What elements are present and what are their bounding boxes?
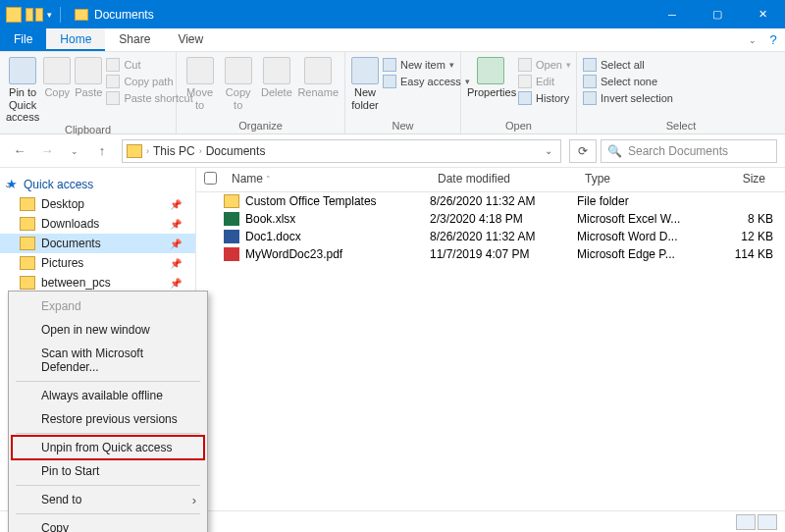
qat-dropdown-icon[interactable]: ▾ <box>47 10 52 20</box>
move-to-button[interactable]: Move to <box>183 55 217 111</box>
tab-view[interactable]: View <box>164 28 217 51</box>
address-dropdown-icon[interactable]: ⌄ <box>541 145 556 156</box>
edit-button[interactable]: Edit <box>518 74 571 89</box>
properties-button[interactable]: Properties <box>467 55 514 99</box>
sidebar-item-label: between_pcs <box>41 276 111 290</box>
nav-bar: ← → ⌄ ↑ › This PC › Documents ⌄ ⟳ 🔍 Sear… <box>0 134 785 168</box>
file-list: Name ˄ Date modified Type Size Custom Of… <box>196 168 785 510</box>
up-button[interactable]: ↑ <box>90 139 114 163</box>
folder-icon <box>6 7 22 23</box>
sidebar-item-label: Downloads <box>41 217 99 231</box>
sidebar-quick-access-header[interactable]: ⌄ ★ Quick access <box>0 174 195 194</box>
folder-icon <box>20 197 35 211</box>
recent-locations-button[interactable]: ⌄ <box>63 139 86 163</box>
close-button[interactable]: ✕ <box>740 0 785 28</box>
context-always-available-offline[interactable]: Always available offline <box>12 384 204 407</box>
window-title-text: Documents <box>94 8 154 22</box>
column-size[interactable]: Size <box>705 172 773 187</box>
copy-to-button[interactable]: Copy to <box>221 55 255 111</box>
search-icon: 🔍 <box>607 144 622 158</box>
paste-button[interactable]: Paste <box>75 55 102 99</box>
folder-icon <box>127 144 142 158</box>
chevron-down-icon[interactable]: ⌄ <box>4 180 12 189</box>
rename-button[interactable]: Rename <box>297 55 339 99</box>
pin-icon: 📌 <box>170 239 187 249</box>
sidebar-item-desktop[interactable]: Desktop📌 <box>0 194 195 214</box>
sidebar-item-documents[interactable]: Documents📌 <box>0 234 195 253</box>
folder-icon <box>20 276 35 290</box>
details-view-button[interactable] <box>736 514 756 530</box>
minimize-button[interactable]: ─ <box>650 0 695 28</box>
new-folder-button[interactable]: New folder <box>351 55 379 111</box>
pin-quick-access-button[interactable]: Pin to Quick access <box>6 55 39 124</box>
group-label: Clipboard <box>6 124 170 137</box>
back-button[interactable]: ← <box>8 139 31 163</box>
table-row[interactable]: Custom Office Templates8/26/2020 11:32 A… <box>196 192 785 210</box>
open-button[interactable]: Open ▾ <box>518 57 571 73</box>
ribbon-collapse-icon[interactable]: ⌄ <box>744 28 761 51</box>
delete-button[interactable]: Delete <box>259 55 293 99</box>
file-date: 8/26/2020 11:32 AM <box>430 194 577 208</box>
tab-file[interactable]: File <box>0 28 46 51</box>
table-row[interactable]: Doc1.docx8/26/2020 11:32 AMMicrosoft Wor… <box>196 228 785 245</box>
refresh-button[interactable]: ⟳ <box>569 139 597 163</box>
chevron-right-icon[interactable]: › <box>199 146 202 156</box>
context-open-in-new-window[interactable]: Open in new window <box>12 318 204 342</box>
table-row[interactable]: MyWordDoc23.pdf11/7/2019 4:07 PMMicrosof… <box>196 245 785 263</box>
sidebar-item-label: Desktop <box>41 197 84 211</box>
sidebar-item-between_pcs[interactable]: between_pcs📌 <box>0 273 195 293</box>
copy-button[interactable]: Copy <box>43 55 71 99</box>
easy-access-button[interactable]: Easy access ▾ <box>383 74 470 89</box>
file-date: 2/3/2020 4:18 PM <box>430 212 577 226</box>
pin-icon: 📌 <box>170 219 187 230</box>
context-pin-to-start[interactable]: Pin to Start <box>12 459 204 483</box>
maximize-button[interactable]: ▢ <box>695 0 740 28</box>
title-bar: ▾ Documents ─ ▢ ✕ <box>0 0 785 28</box>
context-unpin-from-quick-access[interactable]: Unpin from Quick access <box>12 436 204 459</box>
context-copy[interactable]: Copy <box>12 516 204 532</box>
pin-icon: 📌 <box>170 278 187 289</box>
group-label: Select <box>583 120 779 133</box>
group-label: New <box>351 120 454 133</box>
breadcrumb[interactable]: This PC <box>153 144 195 158</box>
help-icon[interactable]: ? <box>761 28 785 51</box>
chevron-right-icon[interactable]: › <box>146 146 149 156</box>
file-name: Book.xlsx <box>245 212 295 226</box>
column-name[interactable]: Name ˄ <box>224 172 430 187</box>
docx-icon <box>224 230 239 243</box>
pin-icon: 📌 <box>170 199 187 210</box>
context-send-to[interactable]: Send to <box>12 488 204 511</box>
select-all-checkbox[interactable] <box>204 172 217 185</box>
file-name: Doc1.docx <box>245 230 301 243</box>
folder-icon <box>20 237 35 250</box>
column-type[interactable]: Type <box>577 172 705 187</box>
group-label: Organize <box>183 120 339 133</box>
qat-buttons[interactable] <box>26 8 43 22</box>
table-row[interactable]: Book.xlsx2/3/2020 4:18 PMMicrosoft Excel… <box>196 210 785 228</box>
thumbnails-view-button[interactable] <box>758 514 777 530</box>
forward-button[interactable]: → <box>35 139 59 163</box>
file-size: 12 KB <box>705 230 773 243</box>
sidebar-item-pictures[interactable]: Pictures📌 <box>0 253 195 273</box>
pin-icon: 📌 <box>170 258 187 269</box>
new-item-button[interactable]: New item ▾ <box>383 57 470 73</box>
history-button[interactable]: History <box>518 90 571 106</box>
context-scan-with-microsoft-defender-[interactable]: Scan with Microsoft Defender... <box>12 342 204 379</box>
context-restore-previous-versions[interactable]: Restore previous versions <box>12 407 204 431</box>
address-bar[interactable]: › This PC › Documents ⌄ <box>122 139 561 163</box>
ribbon: Pin to Quick access Copy Paste Cut Copy … <box>0 52 785 134</box>
select-all-button[interactable]: Select all <box>583 57 673 73</box>
file-name: MyWordDoc23.pdf <box>245 247 342 261</box>
sidebar-item-downloads[interactable]: Downloads📌 <box>0 214 195 234</box>
sidebar-header-label: Quick access <box>24 178 93 191</box>
file-type: File folder <box>577 194 705 208</box>
tab-home[interactable]: Home <box>46 28 105 51</box>
context-expand: Expand <box>12 294 204 318</box>
breadcrumb[interactable]: Documents <box>206 144 266 158</box>
search-input[interactable]: 🔍 Search Documents <box>601 139 777 163</box>
ribbon-tabs: File Home Share View ⌄ ? <box>0 28 785 52</box>
column-date[interactable]: Date modified <box>430 172 577 187</box>
select-none-button[interactable]: Select none <box>583 74 673 89</box>
invert-selection-button[interactable]: Invert selection <box>583 90 673 106</box>
tab-share[interactable]: Share <box>105 28 164 51</box>
